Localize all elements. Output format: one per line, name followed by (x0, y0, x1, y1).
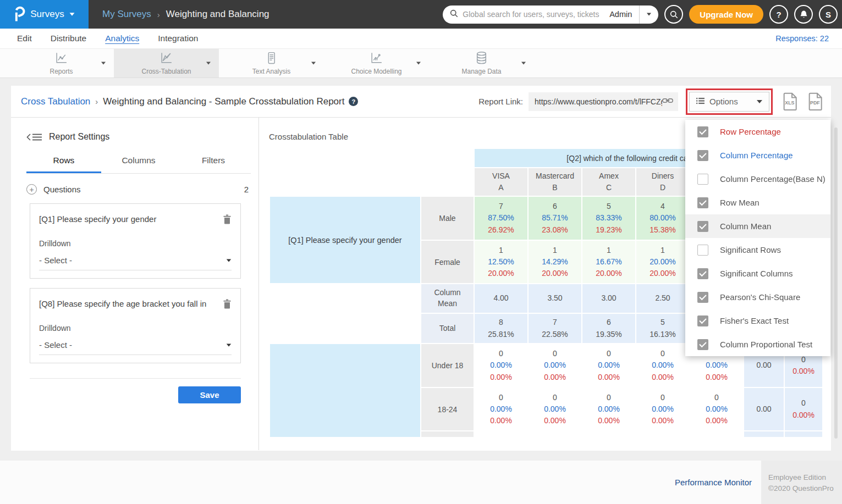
options-menu-item-label: Fisher's Exact Test (720, 316, 789, 325)
cell-line: 23.08% (529, 224, 581, 236)
save-button[interactable]: Save (178, 386, 241, 403)
checkbox-checked-icon[interactable] (697, 197, 708, 208)
toolbar-tab-text-analysis[interactable]: Text Analysis (219, 49, 324, 77)
questions-label: Questions (43, 185, 81, 194)
options-menu-item-column-percentage[interactable]: Column Percentage (685, 143, 830, 167)
breadcrumb-separator: › (157, 10, 160, 19)
chevron-down-icon[interactable] (101, 62, 106, 65)
export-xls-button[interactable]: XLS (782, 92, 798, 110)
chevron-down-icon[interactable] (521, 62, 526, 65)
cell-line: 0.00% (529, 372, 581, 383)
performance-monitor-link[interactable]: Performance Monitor (675, 478, 752, 487)
settings-tab-columns[interactable]: Columns (101, 156, 176, 173)
cross-chart-icon (159, 51, 174, 67)
checkbox-checked-icon[interactable] (697, 315, 708, 326)
options-button[interactable]: Options (689, 92, 769, 112)
nav-item-analytics[interactable]: Analytics (96, 34, 148, 43)
toolbar-tab-choice-modelling[interactable]: Choice Modelling (324, 49, 429, 77)
cell-line: 0.00% (475, 372, 527, 383)
add-question-button[interactable]: + (26, 184, 37, 195)
column-code: D (636, 182, 689, 193)
toolbar-tab-reports[interactable]: Reports (9, 49, 114, 77)
column-name: Amex (582, 170, 635, 182)
cell-line: 83.33% (582, 212, 635, 224)
drilldown-select-value: - Select - (39, 256, 226, 265)
checkbox-checked-icon[interactable] (697, 292, 708, 303)
product-switcher[interactable]: Surveys (0, 0, 89, 29)
chevron-down-icon[interactable] (416, 62, 421, 65)
cell-line: 0.00% (529, 359, 581, 371)
notifications-button[interactable] (794, 5, 813, 24)
breadcrumb-my-surveys[interactable]: My Surveys (102, 9, 151, 20)
drilldown-label: Drilldown (39, 324, 232, 333)
collapse-panel-icon[interactable] (26, 134, 42, 141)
responses-count[interactable]: Responses: 22 (775, 34, 829, 43)
settings-tab-filters[interactable]: Filters (176, 156, 251, 173)
checkbox-unchecked-icon[interactable] (697, 245, 708, 256)
drilldown-select[interactable]: - Select - (39, 340, 232, 355)
link-icon[interactable] (662, 97, 673, 107)
checkbox-unchecked-icon[interactable] (697, 174, 708, 185)
checkbox-checked-icon[interactable] (697, 221, 708, 232)
chevron-down-icon[interactable] (206, 62, 211, 65)
search-submit-button[interactable] (664, 5, 683, 24)
cell-line: 14.29% (529, 256, 581, 268)
options-highlight-box: Options (686, 88, 773, 115)
avatar[interactable]: S (819, 5, 838, 24)
table-cell: 114.29%20.00% (529, 241, 581, 283)
edition-name: Employee Edition (768, 472, 842, 483)
options-menu-item-significant-columns[interactable]: Significant Columns (685, 262, 830, 285)
cell-line: 4 (636, 201, 689, 212)
global-search[interactable]: Global search for users, surveys, ticket… (443, 5, 658, 24)
options-menu-item-significant-rows[interactable]: Significant Rows (685, 238, 830, 262)
column-header: AmexC (582, 168, 635, 196)
delete-question-button[interactable] (223, 214, 232, 226)
cell-line: 20.00% (636, 268, 689, 279)
options-menu-item-fisher-s-exact-test[interactable]: Fisher's Exact Test (685, 309, 830, 333)
report-link-url[interactable]: https://www.questionpro.com/t/lFFCZg (535, 97, 662, 106)
report-header: Cross Tabulation › Weighting and Balanci… (11, 86, 831, 118)
delete-question-button[interactable] (223, 299, 232, 311)
nav-item-distribute[interactable]: Distribute (41, 34, 96, 43)
table-cell: 619.35% (582, 314, 635, 343)
options-menu-item-row-percentage[interactable]: Row Percentage (685, 120, 830, 143)
drilldown-select[interactable]: - Select - (39, 256, 232, 270)
vertical-scrollbar[interactable] (834, 128, 838, 439)
nav-item-edit[interactable]: Edit (8, 34, 41, 43)
chevron-down-icon[interactable] (311, 62, 316, 65)
cell-line: 0.00% (690, 403, 743, 415)
checkbox-checked-icon[interactable] (697, 339, 708, 350)
table-cell: 516.13% (636, 314, 689, 343)
copyright: ©2020 QuestionPro (768, 483, 842, 494)
cell-line: 20.00% (582, 268, 635, 279)
options-menu-item-column-mean[interactable]: Column Mean (685, 214, 830, 238)
options-menu-item-row-mean[interactable]: Row Mean (685, 191, 830, 214)
options-menu: Row PercentageColumn PercentageColumn Pe… (685, 120, 830, 356)
cell-line: 25.81% (475, 329, 527, 340)
settings-tab-rows[interactable]: Rows (26, 156, 101, 173)
settings-tabs: RowsColumnsFilters (26, 156, 251, 174)
cross-tabulation-link[interactable]: Cross Tabulation (21, 96, 90, 107)
help-button[interactable]: ? (769, 5, 788, 24)
search-input[interactable]: Global search for users, surveys, ticket… (463, 10, 609, 19)
upgrade-now-button[interactable]: Upgrade Now (689, 5, 763, 24)
row-label: Under 18 (421, 344, 474, 387)
checkbox-checked-icon[interactable] (697, 150, 708, 161)
cell-line: 0.00% (690, 372, 743, 383)
export-pdf-button[interactable]: PDF (807, 92, 823, 110)
options-menu-item-column-proportional-test[interactable]: Column Proportional Test (685, 333, 830, 356)
options-menu-item-pearson-s-chi-square[interactable]: Pearson's Chi-Square (685, 285, 830, 309)
trash-icon (223, 217, 232, 226)
options-menu-item-column-percentage-base-n-[interactable]: Column Percentage(Base N) (685, 167, 830, 191)
survey-nav-items: EditDistributeAnalyticsIntegration (8, 34, 207, 43)
report-help-icon[interactable]: ? (349, 97, 358, 106)
checkbox-checked-icon[interactable] (697, 126, 708, 137)
cell-line: 0 (785, 397, 822, 409)
checkbox-checked-icon[interactable] (697, 268, 708, 279)
search-scope-dropdown[interactable] (639, 5, 658, 24)
report-link-field[interactable]: https://www.questionpro.com/t/lFFCZg (529, 92, 678, 111)
toolbar-tab-manage-data[interactable]: Manage Data (429, 49, 534, 77)
nav-item-integration[interactable]: Integration (148, 34, 207, 43)
table-cell: 00.00%0.00% (475, 388, 527, 430)
toolbar-tab-cross-tabulation[interactable]: Cross-Tabulation (114, 49, 219, 77)
